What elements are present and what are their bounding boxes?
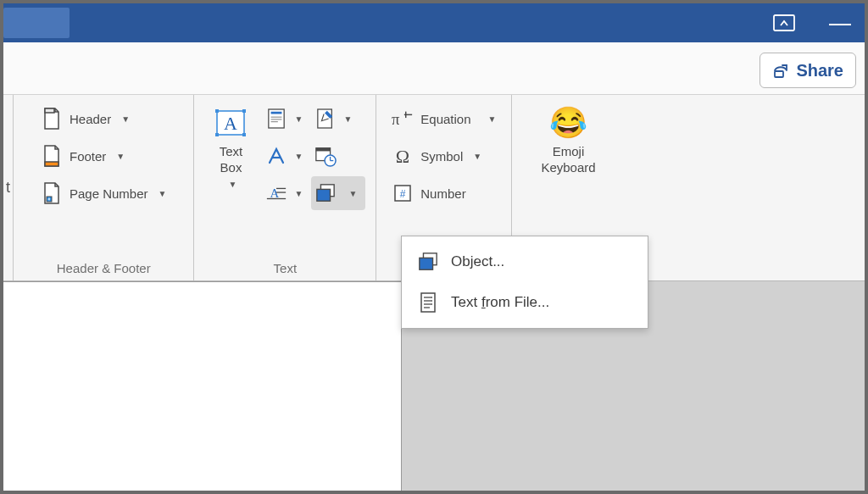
- dropdown-item-text-from-file[interactable]: Text from File...: [402, 282, 648, 323]
- svg-rect-2: [45, 108, 54, 113]
- app-window: Share t Header ▼: [0, 0, 868, 494]
- text-box-button[interactable]: A Text Box ▼: [204, 102, 257, 193]
- symbol-icon: Ω: [392, 145, 414, 167]
- text-box-label: Text Box: [220, 144, 243, 176]
- dropdown-object-label: Object...: [451, 253, 504, 270]
- svg-rect-38: [421, 293, 435, 312]
- chevron-down-icon: ▼: [343, 114, 352, 124]
- toolbar-row: Share: [3, 42, 865, 95]
- header-button[interactable]: Header ▼: [36, 102, 171, 136]
- share-icon: [772, 62, 789, 79]
- chevron-down-icon: ▼: [159, 189, 167, 198]
- svg-rect-3: [45, 162, 58, 166]
- emoji-keyboard-button[interactable]: 😂 Emoji Keyboard: [532, 102, 604, 180]
- header-label: Header: [70, 112, 111, 126]
- svg-text:#: #: [400, 188, 406, 200]
- titlebar: [3, 3, 865, 42]
- group-text: A Text Box ▼ ▼: [194, 95, 376, 280]
- text-box-icon: A: [213, 105, 248, 141]
- svg-text:Ω: Ω: [396, 146, 409, 166]
- svg-rect-13: [271, 112, 282, 114]
- object-dropdown: Object... Text from File...: [401, 236, 648, 329]
- svg-rect-9: [215, 133, 219, 136]
- chevron-down-icon: ▼: [229, 180, 237, 191]
- page-number-button[interactable]: # Page Number ▼: [36, 176, 171, 210]
- date-time-button[interactable]: [311, 139, 365, 173]
- object-icon: [417, 251, 439, 273]
- ribbon-display-icon: [773, 12, 795, 34]
- titlebar-controls: [771, 3, 865, 42]
- chevron-down-icon: ▼: [294, 152, 303, 161]
- svg-rect-1: [775, 71, 783, 77]
- emoji-keyboard-label: Emoji Keyboard: [541, 144, 595, 176]
- dropdown-text-from-file-label: Text from File...: [451, 294, 549, 311]
- quick-parts-icon: [265, 108, 287, 130]
- svg-rect-10: [242, 133, 246, 136]
- chevron-down-icon: ▼: [121, 114, 130, 124]
- footer-button[interactable]: Footer ▼: [36, 139, 171, 173]
- date-time-icon: [314, 145, 337, 167]
- footer-label: Footer: [70, 149, 106, 164]
- drop-cap-icon: A: [265, 182, 287, 204]
- signature-icon: [314, 108, 337, 130]
- chevron-down-icon: ▼: [473, 152, 481, 161]
- chevron-down-icon: ▼: [294, 114, 303, 124]
- drop-cap-button[interactable]: A ▼: [262, 176, 306, 210]
- chevron-down-icon: ▼: [488, 114, 497, 124]
- equation-icon: π: [392, 108, 414, 130]
- svg-rect-24: [316, 148, 331, 152]
- chevron-down-icon: ▼: [348, 189, 357, 198]
- footer-icon: [41, 145, 63, 167]
- object-icon: [314, 182, 337, 204]
- wordart-button[interactable]: ▼: [262, 139, 306, 173]
- object-split-button[interactable]: ▼: [311, 176, 365, 210]
- svg-rect-7: [215, 109, 219, 113]
- symbol-button[interactable]: Ω Symbol ▼: [387, 139, 501, 173]
- header-icon: [41, 108, 63, 130]
- title-stub: [3, 8, 70, 38]
- svg-rect-0: [774, 15, 794, 31]
- minimize-button[interactable]: [829, 24, 851, 26]
- number-button[interactable]: # Number: [387, 176, 501, 210]
- number-icon: #: [392, 182, 414, 204]
- group-label-text: Text: [274, 256, 298, 275]
- document-page[interactable]: [3, 281, 402, 491]
- signature-line-button[interactable]: ▼: [311, 102, 365, 136]
- page-number-icon: #: [41, 182, 63, 204]
- svg-text:#: #: [48, 197, 51, 202]
- svg-text:A: A: [225, 113, 238, 134]
- dropdown-item-object[interactable]: Object...: [402, 241, 648, 282]
- share-button[interactable]: Share: [760, 53, 856, 88]
- svg-rect-22: [318, 109, 332, 128]
- share-label: Share: [796, 61, 843, 80]
- text-file-icon: [417, 291, 439, 314]
- equation-label: Equation: [420, 112, 470, 126]
- ribbon-left-stub: t: [3, 95, 14, 280]
- symbol-label: Symbol: [420, 149, 463, 164]
- group-label-header-footer: Header & Footer: [57, 256, 151, 275]
- svg-rect-29: [317, 189, 331, 201]
- quick-parts-button[interactable]: ▼: [262, 102, 306, 136]
- equation-button[interactable]: π Equation ▼: [387, 102, 501, 136]
- ribbon-display-button[interactable]: [771, 10, 797, 36]
- svg-rect-8: [242, 109, 246, 113]
- wordart-icon: [265, 145, 287, 167]
- emoji-icon: 😂: [551, 105, 587, 141]
- svg-text:π: π: [392, 110, 400, 128]
- group-header-footer: Header ▼ Footer ▼ # Page Nu: [14, 95, 194, 280]
- number-label: Number: [420, 186, 465, 201]
- page-number-label: Page Number: [70, 186, 148, 201]
- chevron-down-icon: ▼: [294, 189, 303, 198]
- svg-rect-37: [420, 258, 433, 269]
- chevron-down-icon: ▼: [116, 152, 125, 161]
